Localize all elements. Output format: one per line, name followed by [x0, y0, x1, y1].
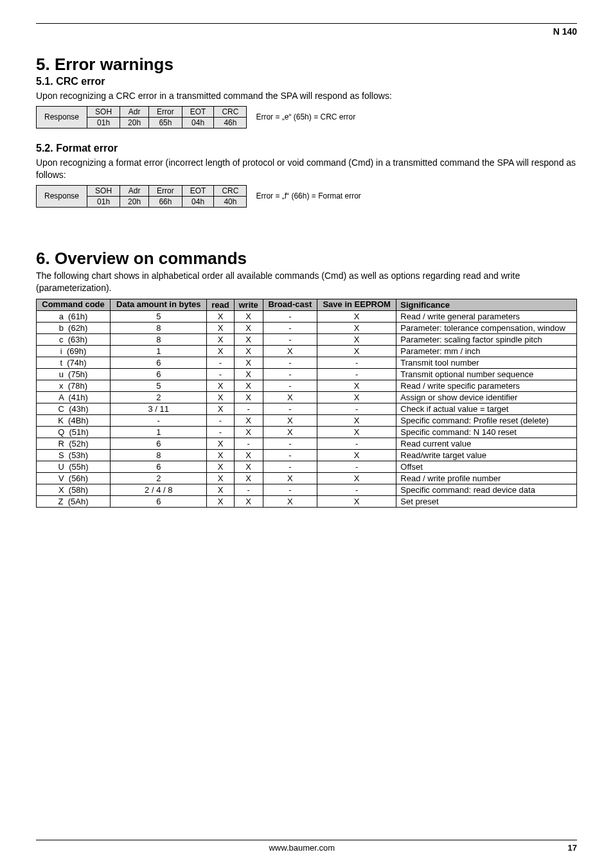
- cell: X: [263, 473, 317, 484]
- cell: Specific command: read device data: [396, 484, 577, 496]
- p-format-intro: Upon recognizing a format error (incorre…: [36, 157, 577, 181]
- cell: u (75h): [37, 369, 111, 380]
- cell: -: [263, 380, 317, 392]
- cell: X: [207, 380, 234, 392]
- table-row: b (62h)8XX-XParameter: tolerance compens…: [37, 323, 577, 334]
- crc-col-0: SOH: [87, 106, 120, 117]
- table-row: t (74h)6-X--Transmit tool number: [37, 357, 577, 369]
- cell: -: [263, 334, 317, 346]
- cell: X: [207, 392, 234, 403]
- cell: -: [317, 438, 396, 450]
- cell: X: [234, 334, 263, 346]
- p-crc-intro: Upon recognizing a CRC error in a transm…: [36, 90, 577, 102]
- fmt-col-2: Error: [149, 185, 182, 196]
- table-row: a (61h)5XX-XRead / write general paramet…: [37, 311, 577, 323]
- cell: C (43h): [37, 403, 111, 415]
- cell: 3 / 11: [111, 403, 207, 415]
- cell: -: [317, 369, 396, 380]
- crc-val-2: 65h: [149, 117, 182, 128]
- th-write: write: [234, 299, 263, 311]
- cell: V (56h): [37, 473, 111, 484]
- cell: X: [234, 357, 263, 369]
- crc-note: Error = „e“ (65h) = CRC error: [256, 112, 355, 121]
- table-row: C (43h)3 / 11X---Check if actual value =…: [37, 403, 577, 415]
- cell: X: [234, 323, 263, 334]
- table-row: R (52h)6X---Read current value: [37, 438, 577, 450]
- fmt-note: Error = „f“ (66h) = Format error: [256, 191, 360, 200]
- cell: X: [207, 323, 234, 334]
- cell: X: [317, 380, 396, 392]
- cell: X: [263, 415, 317, 427]
- cell: X: [207, 473, 234, 484]
- cell: 2: [111, 392, 207, 403]
- cell: 2 / 4 / 8: [111, 484, 207, 496]
- cell: -: [263, 311, 317, 323]
- cell: X: [234, 369, 263, 380]
- cell: X: [207, 438, 234, 450]
- cell: 6: [111, 369, 207, 380]
- cell: X: [234, 415, 263, 427]
- cell: X: [317, 450, 396, 461]
- cell: -: [234, 403, 263, 415]
- p-overview-intro: The following chart shows in alphabetica…: [36, 270, 577, 294]
- cell: X: [207, 311, 234, 323]
- cell: i (69h): [37, 346, 111, 357]
- cell: X: [317, 496, 396, 508]
- table-row: A (41h)2XXXXAssign or show device identi…: [37, 392, 577, 403]
- crc-val-0: 01h: [87, 117, 120, 128]
- cell: Parameter: mm / inch: [396, 346, 577, 357]
- cell: X: [317, 473, 396, 484]
- h-error-warnings: 5. Error warnings: [36, 55, 577, 75]
- footer: www.baumer.com 17: [36, 840, 577, 853]
- table-row: X (58h)2 / 4 / 8X---Specific command: re…: [37, 484, 577, 496]
- cell: 2: [111, 473, 207, 484]
- table-crc-response: Response SOH Adr Error EOT CRC 01h 20h 6…: [36, 106, 247, 128]
- cell: 8: [111, 450, 207, 461]
- cell: 8: [111, 334, 207, 346]
- fmt-col-1: Adr: [120, 185, 149, 196]
- cell: -: [317, 403, 396, 415]
- cell: 1: [111, 427, 207, 438]
- cell: X: [263, 427, 317, 438]
- cell: R (52h): [37, 438, 111, 450]
- cell: X: [317, 334, 396, 346]
- cell: -: [263, 484, 317, 496]
- cell: 5: [111, 380, 207, 392]
- cell: Read / write profile number: [396, 473, 577, 484]
- cell: K (4Bh): [37, 415, 111, 427]
- table-row: Z (5Ah)6XXXXSet preset: [37, 496, 577, 508]
- cell: X: [207, 496, 234, 508]
- th-broadcast: Broad-cast: [263, 299, 317, 311]
- table-row: u (75h)6-X--Transmit optional number seq…: [37, 369, 577, 380]
- cell: X: [234, 450, 263, 461]
- cell: x (78h): [37, 380, 111, 392]
- cell: -: [263, 357, 317, 369]
- cell: 6: [111, 357, 207, 369]
- footer-page: 17: [568, 843, 577, 853]
- crc-val-1: 20h: [120, 117, 149, 128]
- cell: -: [263, 461, 317, 473]
- cell: -: [317, 461, 396, 473]
- crc-val-4: 46h: [214, 117, 247, 128]
- crc-col-2: Error: [149, 106, 182, 117]
- cell: Parameter: tolerance compensation, windo…: [396, 323, 577, 334]
- cell: -: [234, 484, 263, 496]
- cell: X: [234, 473, 263, 484]
- crc-row-label: Response: [37, 106, 87, 128]
- th-code: Command code: [37, 299, 111, 311]
- cell: X: [234, 427, 263, 438]
- cell: Read/write target value: [396, 450, 577, 461]
- cell: -: [263, 369, 317, 380]
- cell: Parameter: scaling factor spindle pitch: [396, 334, 577, 346]
- table-row: c (63h)8XX-XParameter: scaling factor sp…: [37, 334, 577, 346]
- fmt-val-1: 20h: [120, 196, 149, 207]
- crc-col-4: CRC: [214, 106, 247, 117]
- cell: X: [234, 380, 263, 392]
- fmt-col-3: EOT: [182, 185, 214, 196]
- cell: -: [263, 450, 317, 461]
- cell: X: [317, 415, 396, 427]
- cell: 6: [111, 461, 207, 473]
- th-amount: Data amount in bytes: [111, 299, 207, 311]
- crc-val-3: 04h: [182, 117, 214, 128]
- h-format-error: 5.2. Format error: [36, 143, 577, 154]
